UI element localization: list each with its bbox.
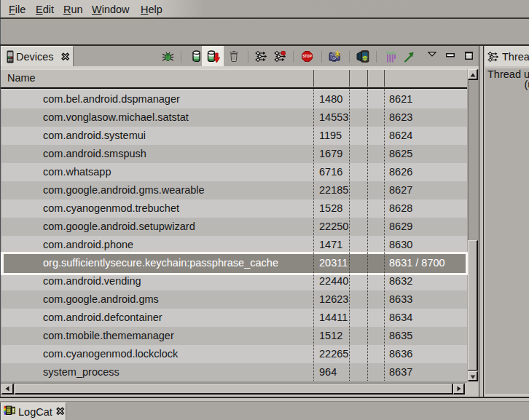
svg-text:STOP: STOP [302, 55, 311, 58]
